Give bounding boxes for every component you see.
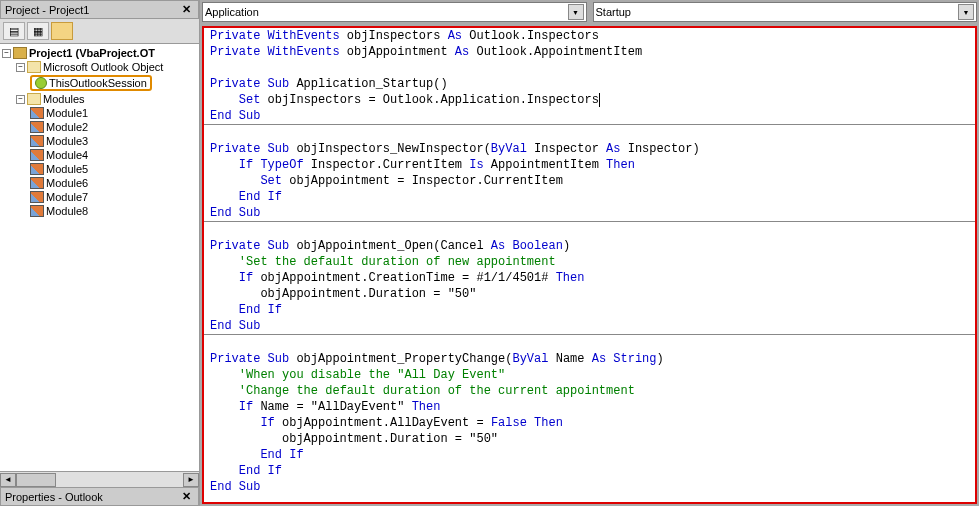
collapse-icon[interactable]: − [16, 95, 25, 104]
tree-label: Module2 [46, 121, 88, 133]
tree-module[interactable]: Module3 [2, 134, 197, 148]
tree-label: Module6 [46, 177, 88, 189]
tree-label: Module8 [46, 205, 88, 217]
project-toolbar: ▤ ▦ [0, 19, 199, 44]
folder-icon [27, 93, 41, 105]
procedure-dropdown[interactable]: Startup▼ [593, 2, 978, 22]
scroll-thumb[interactable] [16, 473, 56, 487]
tree-root-label: Project1 (VbaProject.OT [29, 47, 155, 59]
tree-module[interactable]: Module6 [2, 176, 197, 190]
collapse-icon[interactable]: − [16, 63, 25, 72]
dropdown-arrow-icon[interactable]: ▼ [958, 4, 974, 20]
tree-outlook-objects[interactable]: −Microsoft Outlook Object [2, 60, 197, 74]
tree-label: Modules [43, 93, 85, 105]
tree-module[interactable]: Module2 [2, 120, 197, 134]
dropdown-arrow-icon[interactable]: ▼ [568, 4, 584, 20]
tree-module[interactable]: Module1 [2, 106, 197, 120]
tree-label: Module7 [46, 191, 88, 203]
tree-label: Module1 [46, 107, 88, 119]
code-panel: Application▼ Startup▼ Private WithEvents… [200, 0, 979, 506]
project-tree: −Project1 (VbaProject.OT −Microsoft Outl… [0, 44, 199, 471]
object-dropdown[interactable]: Application▼ [202, 2, 587, 22]
tree-module[interactable]: Module5 [2, 162, 197, 176]
scroll-right-icon[interactable]: ► [183, 473, 199, 487]
folder-icon [27, 61, 41, 73]
left-panel: Project - Project1 ✕ ▤ ▦ −Project1 (VbaP… [0, 0, 200, 506]
module-icon [30, 135, 44, 147]
collapse-icon[interactable]: − [2, 49, 11, 58]
tree-modules[interactable]: −Modules [2, 92, 197, 106]
module-icon [30, 205, 44, 217]
tree-label: Microsoft Outlook Object [43, 61, 163, 73]
properties-title-text: Properties - Outlook [5, 491, 103, 503]
module-icon [30, 121, 44, 133]
project-close-icon[interactable]: ✕ [179, 3, 194, 16]
tree-label: Module5 [46, 163, 88, 175]
properties-close-icon[interactable]: ✕ [179, 490, 194, 503]
procedure-dropdown-value: Startup [596, 6, 631, 18]
tree-module[interactable]: Module8 [2, 204, 197, 218]
module-icon [30, 163, 44, 175]
session-icon [35, 77, 47, 89]
tree-module[interactable]: Module7 [2, 190, 197, 204]
tree-label: Module4 [46, 149, 88, 161]
tree-module[interactable]: Module4 [2, 148, 197, 162]
module-icon [30, 177, 44, 189]
view-code-icon[interactable]: ▤ [3, 22, 25, 40]
tree-scrollbar[interactable]: ◄ ► [0, 471, 199, 487]
tree-label: Module3 [46, 135, 88, 147]
tree-label: ThisOutlookSession [49, 77, 147, 89]
module-icon [30, 149, 44, 161]
tree-root[interactable]: −Project1 (VbaProject.OT [2, 46, 197, 60]
code-editor[interactable]: Private WithEvents objInspectors As Outl… [202, 26, 977, 504]
code-dropdowns: Application▼ Startup▼ [200, 0, 979, 24]
view-object-icon[interactable]: ▦ [27, 22, 49, 40]
vba-project-icon [13, 47, 27, 59]
module-icon [30, 107, 44, 119]
project-title-text: Project - Project1 [5, 4, 89, 16]
tree-this-outlook-session[interactable]: ThisOutlookSession [2, 74, 197, 92]
object-dropdown-value: Application [205, 6, 259, 18]
module-icon [30, 191, 44, 203]
scroll-track[interactable] [16, 473, 183, 487]
toggle-folders-icon[interactable] [51, 22, 73, 40]
properties-panel-title: Properties - Outlook ✕ [0, 487, 199, 506]
scroll-left-icon[interactable]: ◄ [0, 473, 16, 487]
project-panel-title: Project - Project1 ✕ [0, 0, 199, 19]
